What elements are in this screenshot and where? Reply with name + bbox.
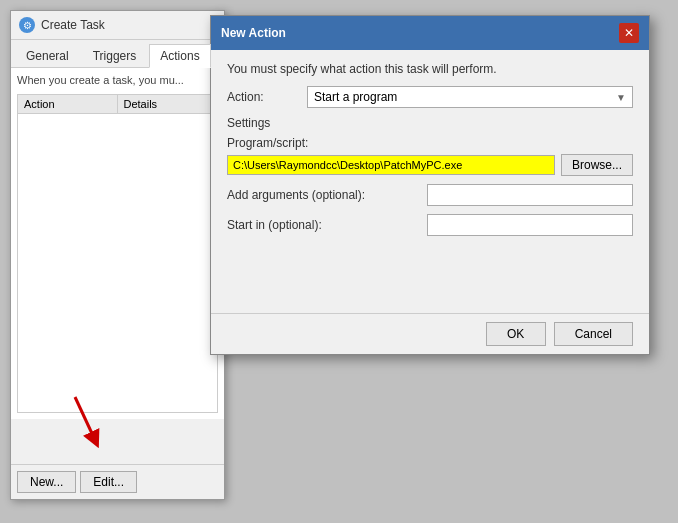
start-in-row: Start in (optional): bbox=[227, 214, 633, 236]
dropdown-arrow-icon: ▼ bbox=[616, 92, 626, 103]
actions-table-body bbox=[17, 113, 218, 413]
program-script-row: Browse... bbox=[227, 154, 633, 176]
dialog-footer: OK Cancel bbox=[211, 313, 649, 354]
action-label: Action: bbox=[227, 90, 307, 104]
dialog-title: New Action bbox=[221, 26, 286, 40]
edit-button[interactable]: Edit... bbox=[80, 471, 137, 493]
dialog-body: You must specify what action this task w… bbox=[211, 50, 649, 256]
create-task-window: ⚙ Create Task General Triggers Actions C… bbox=[10, 10, 225, 500]
add-arguments-input[interactable] bbox=[427, 184, 633, 206]
action-dropdown[interactable]: Start a program ▼ bbox=[307, 86, 633, 108]
action-field-row: Action: Start a program ▼ bbox=[227, 86, 633, 108]
table-header: Action Details bbox=[17, 94, 218, 113]
add-arguments-label: Add arguments (optional): bbox=[227, 188, 427, 202]
actions-tab-content: When you create a task, you mu... Action… bbox=[11, 68, 224, 419]
col-details: Details bbox=[118, 95, 218, 113]
dialog-titlebar: New Action ✕ bbox=[211, 16, 649, 50]
browse-button[interactable]: Browse... bbox=[561, 154, 633, 176]
start-in-input[interactable] bbox=[427, 214, 633, 236]
dialog-instruction: You must specify what action this task w… bbox=[227, 62, 633, 76]
create-task-icon: ⚙ bbox=[19, 17, 35, 33]
ok-button[interactable]: OK bbox=[486, 322, 546, 346]
start-in-label: Start in (optional): bbox=[227, 218, 427, 232]
tab-triggers[interactable]: Triggers bbox=[82, 44, 148, 67]
tab-actions[interactable]: Actions bbox=[149, 44, 210, 68]
program-script-label: Program/script: bbox=[227, 136, 633, 150]
new-action-dialog: New Action ✕ You must specify what actio… bbox=[210, 15, 650, 355]
cancel-button[interactable]: Cancel bbox=[554, 322, 633, 346]
add-arguments-row: Add arguments (optional): bbox=[227, 184, 633, 206]
tabs-bar: General Triggers Actions Cond... bbox=[11, 40, 224, 68]
tab-general[interactable]: General bbox=[15, 44, 80, 67]
create-task-titlebar: ⚙ Create Task bbox=[11, 11, 224, 40]
dialog-close-button[interactable]: ✕ bbox=[619, 23, 639, 43]
settings-label: Settings bbox=[227, 116, 633, 130]
action-value: Start a program bbox=[314, 90, 397, 104]
create-task-footer: New... Edit... bbox=[11, 464, 224, 499]
program-script-input[interactable] bbox=[227, 155, 555, 175]
new-button[interactable]: New... bbox=[17, 471, 76, 493]
create-task-title: Create Task bbox=[41, 18, 105, 32]
col-action: Action bbox=[18, 95, 118, 113]
tab-description: When you create a task, you mu... bbox=[17, 74, 218, 86]
